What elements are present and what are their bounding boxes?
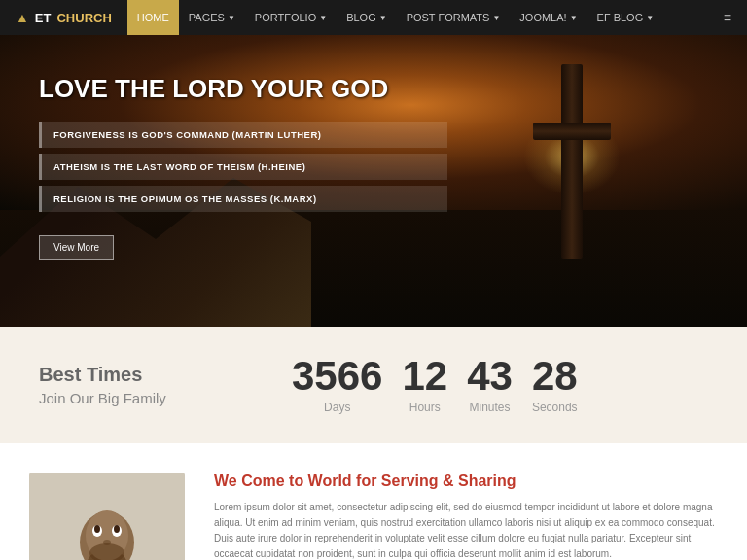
hours-number: 12 bbox=[402, 356, 447, 397]
countdown-left: Best Times Join Our Big Family bbox=[39, 364, 253, 406]
view-more-button[interactable]: View More bbox=[39, 235, 114, 260]
nav-item-blog[interactable]: BLOG▼ bbox=[337, 0, 397, 35]
nav-item-home[interactable]: HOME bbox=[127, 0, 179, 35]
caret-icon: ▼ bbox=[492, 14, 500, 22]
caret-icon: ▼ bbox=[570, 14, 578, 22]
hero-quote-3: RELIGION IS THE OPIMUM OS THE MASSES (K.… bbox=[39, 186, 447, 212]
nav-item-pages[interactable]: PAGES▼ bbox=[179, 0, 245, 35]
countdown-numbers: 3566 Days 12 Hours 43 Minutes 28 Seconds bbox=[292, 356, 578, 414]
countdown-section: Best Times Join Our Big Family 3566 Days… bbox=[0, 327, 747, 443]
countdown-days: 3566 Days bbox=[292, 356, 382, 414]
hamburger-menu[interactable]: ≡ bbox=[724, 10, 731, 25]
about-title: We Come to World for Serving & Sharing bbox=[214, 472, 718, 490]
days-label: Days bbox=[292, 401, 382, 414]
nav-links: HOME PAGES▼ PORTFOLIO▼ BLOG▼ POST FORMAT… bbox=[127, 0, 663, 35]
caret-icon: ▼ bbox=[319, 14, 327, 22]
cross-vertical bbox=[561, 64, 583, 259]
about-paragraph-1: Lorem ipsum dolor sit amet, consectetur … bbox=[214, 500, 718, 560]
seconds-label: Seconds bbox=[532, 401, 578, 414]
about-section: We Come to World for Serving & Sharing L… bbox=[0, 443, 747, 560]
person-illustration bbox=[53, 472, 160, 560]
hero-quote-1: FORGIVENESS IS GOD'S COMMAND (Martin Lut… bbox=[39, 122, 447, 148]
nav-item-portfolio[interactable]: PORTFOLIO▼ bbox=[245, 0, 337, 35]
countdown-subtitle: Join Our Big Family bbox=[39, 390, 253, 406]
nav-item-post-formats[interactable]: POST FORMATS▼ bbox=[397, 0, 511, 35]
caret-icon: ▼ bbox=[379, 14, 387, 22]
countdown-minutes: 43 Minutes bbox=[467, 356, 513, 414]
svg-point-8 bbox=[114, 525, 120, 533]
countdown-title: Best Times bbox=[39, 364, 253, 386]
countdown-seconds: 28 Seconds bbox=[532, 356, 578, 414]
countdown-hours: 12 Hours bbox=[402, 356, 447, 414]
logo[interactable]: ▲ ET CHURCH bbox=[16, 10, 112, 25]
nav-item-joomla[interactable]: JOOMLA!▼ bbox=[510, 0, 587, 35]
caret-icon: ▼ bbox=[646, 14, 654, 22]
hero-title: LOVE THE LORD YOUR GOD bbox=[39, 74, 447, 104]
minutes-number: 43 bbox=[467, 356, 513, 397]
about-content: We Come to World for Serving & Sharing L… bbox=[214, 472, 718, 560]
about-image bbox=[29, 472, 185, 560]
navbar: ▲ ET CHURCH HOME PAGES▼ PORTFOLIO▼ BLOG▼… bbox=[0, 0, 747, 35]
svg-point-7 bbox=[94, 525, 100, 533]
logo-et: ET bbox=[35, 11, 52, 25]
nav-item-ef-blog[interactable]: EF BLOG▼ bbox=[587, 0, 664, 35]
hero-quote-2: ATHEISM IS THE LAST WORD OF THEISM (H.He… bbox=[39, 154, 447, 180]
hours-label: Hours bbox=[402, 401, 447, 414]
days-number: 3566 bbox=[292, 356, 382, 397]
minutes-label: Minutes bbox=[467, 401, 513, 414]
hero-content: LOVE THE LORD YOUR GOD FORGIVENESS IS GO… bbox=[39, 74, 447, 260]
hero-section: LOVE THE LORD YOUR GOD FORGIVENESS IS GO… bbox=[0, 35, 747, 327]
logo-icon: ▲ bbox=[16, 10, 29, 25]
cross bbox=[514, 64, 630, 278]
cross-horizontal bbox=[533, 122, 611, 140]
caret-icon: ▼ bbox=[228, 14, 235, 22]
seconds-number: 28 bbox=[532, 356, 578, 397]
logo-church: CHURCH bbox=[56, 11, 111, 25]
